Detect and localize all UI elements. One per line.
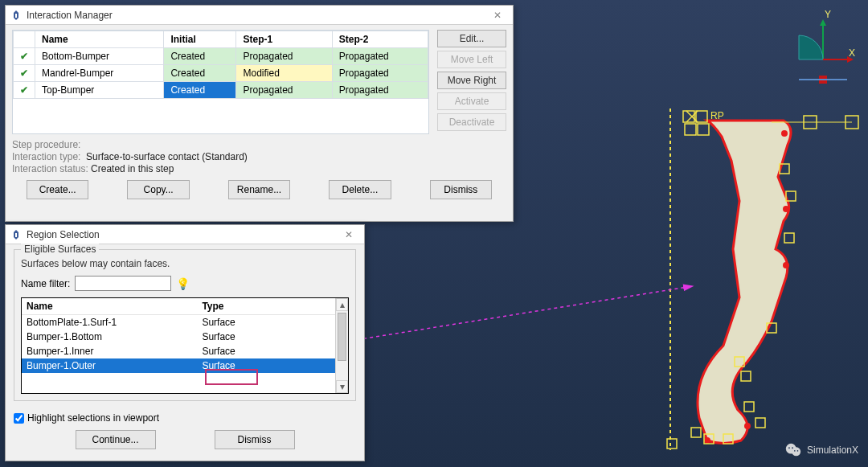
close-button[interactable]: ✕ (338, 229, 359, 240)
svg-point-40 (797, 450, 799, 452)
svg-point-39 (794, 450, 796, 452)
region-selection-titlebar[interactable]: Region Selection ✕ (6, 225, 364, 244)
list-item[interactable]: BottomPlate-1.Surf-1 Surface (22, 315, 335, 330)
svg-rect-19 (744, 402, 754, 412)
svg-rect-18 (741, 371, 751, 381)
group-legend: Eligible Surfaces (21, 244, 99, 255)
list-scrollbar[interactable]: ▴ ▾ (335, 298, 348, 393)
svg-rect-9 (685, 124, 696, 135)
highlight-label: Highlight selections in viewport (27, 412, 159, 424)
scroll-thumb[interactable] (338, 313, 346, 361)
coordinate-triad: Y X (792, 10, 857, 90)
svg-rect-42 (15, 14, 17, 18)
svg-point-36 (792, 447, 800, 456)
move-left-button: Move Left (437, 51, 506, 68)
svg-rect-24 (667, 439, 677, 449)
filter-label: Name filter: (21, 278, 70, 289)
list-item[interactable]: Bumper-1.Bottom Surface (22, 330, 335, 344)
svg-point-2 (783, 206, 789, 212)
dismiss-button[interactable]: Dismiss (215, 430, 295, 449)
svg-text:X: X (849, 47, 855, 59)
svg-marker-29 (820, 19, 826, 26)
table-row[interactable]: ✔ Mandrel-Bumper Created Modified Propag… (14, 65, 428, 82)
dialog-title: Interaction Manager (27, 10, 487, 21)
delete-button[interactable]: Delete... (329, 180, 391, 199)
check-icon: ✔ (20, 68, 28, 79)
create-button[interactable]: Create... (27, 180, 88, 199)
col-type[interactable]: Type (197, 298, 335, 314)
svg-point-3 (783, 262, 789, 268)
surface-list[interactable]: Name Type BottomPlate-1.Surf-1 Surface B… (21, 297, 349, 394)
table-row[interactable]: ✔ Bottom-Bumper Created Propagated Propa… (14, 48, 428, 65)
eligible-surfaces-group: Eligible Surfaces Surfaces below may con… (14, 249, 356, 401)
region-selection-dialog: Region Selection ✕ Eligible Surfaces Sur… (5, 224, 365, 461)
scroll-up-icon[interactable]: ▴ (336, 298, 348, 311)
interaction-grid[interactable]: Name Initial Step-1 Step-2 ✔ Bottom-Bump… (12, 30, 429, 134)
interaction-meta: Step procedure: Interaction type: Surfac… (12, 139, 506, 174)
name-filter-input[interactable] (75, 276, 171, 291)
col-initial[interactable]: Initial (164, 31, 236, 48)
svg-text:Y: Y (825, 10, 831, 20)
deactivate-button: Deactivate (437, 113, 506, 131)
rename-button[interactable]: Rename... (228, 180, 290, 199)
edit-button[interactable]: Edit... (437, 30, 506, 47)
group-note: Surfaces below may contain faces. (21, 258, 349, 269)
dismiss-button[interactable]: Dismiss (430, 180, 492, 199)
svg-rect-15 (784, 233, 794, 243)
wechat-icon (784, 441, 802, 459)
col-step1[interactable]: Step-1 (236, 31, 332, 48)
svg-rect-10 (698, 124, 709, 135)
svg-rect-20 (755, 418, 765, 428)
highlight-checkbox[interactable] (14, 413, 24, 424)
col-check (14, 31, 35, 48)
list-item[interactable]: Bumper-1.Inner Surface (22, 344, 335, 358)
svg-rect-21 (691, 428, 701, 437)
dialog-title: Region Selection (27, 229, 338, 240)
table-row[interactable]: ✔ Top-Bumper Created Propagated Propagat… (14, 82, 428, 99)
close-button[interactable]: ✕ (487, 10, 508, 21)
svg-point-1 (781, 130, 788, 137)
col-step2[interactable]: Step-2 (332, 31, 428, 48)
svg-rect-43 (15, 233, 17, 237)
svg-point-38 (792, 447, 793, 449)
tip-icon[interactable]: 💡 (176, 277, 190, 290)
interaction-manager-dialog: Interaction Manager ✕ Name Initial Step-… (5, 5, 514, 222)
watermark: SimulationX (784, 441, 858, 459)
svg-point-5 (704, 437, 710, 444)
col-name[interactable]: Name (22, 298, 197, 314)
check-icon: ✔ (20, 84, 28, 96)
copy-button[interactable]: Copy... (127, 180, 189, 199)
svg-point-4 (744, 423, 751, 429)
interaction-manager-titlebar[interactable]: Interaction Manager ✕ (6, 6, 513, 25)
list-item-selected[interactable]: Bumper-1.Outer Surface (22, 358, 335, 373)
scroll-down-icon[interactable]: ▾ (336, 380, 348, 393)
move-right-button[interactable]: Move Right (437, 72, 506, 89)
svg-point-37 (788, 447, 790, 449)
abaqus-icon (10, 229, 22, 240)
col-name[interactable]: Name (35, 31, 164, 48)
rp-label: RP (710, 110, 724, 121)
continue-button[interactable]: Continue... (76, 430, 156, 449)
abaqus-icon (10, 10, 22, 21)
activate-button: Activate (437, 92, 506, 110)
check-icon: ✔ (20, 51, 28, 62)
